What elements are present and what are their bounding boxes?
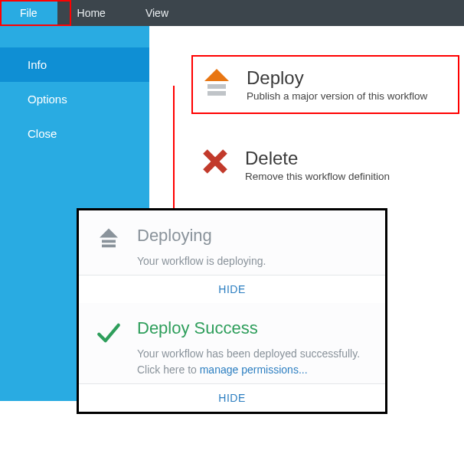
svg-rect-6 <box>102 240 116 243</box>
status-success: Deploy Success Your workflow has been de… <box>79 303 385 383</box>
status-success-message: Your workflow has been deployed successf… <box>137 346 368 377</box>
deploy-action[interactable]: Deploy Publish a major version of this w… <box>191 55 459 114</box>
ribbon-tab-view[interactable]: View <box>126 0 188 26</box>
sidebar-item-info[interactable]: Info <box>0 47 149 82</box>
deploy-upload-gray-icon <box>96 226 122 250</box>
svg-rect-1 <box>207 84 226 89</box>
status-deploying-message: Your workflow is deploying. <box>137 253 368 269</box>
status-deploying-hide-button[interactable]: HIDE <box>79 275 385 303</box>
delete-text: Delete Remove this workflow definition <box>245 148 390 182</box>
deploy-text: Deploy Publish a major version of this w… <box>247 67 427 102</box>
deploy-subtitle: Publish a major version of this workflow <box>247 90 427 102</box>
deploy-title: Deploy <box>247 67 427 89</box>
svg-rect-2 <box>207 91 226 96</box>
svg-rect-7 <box>102 245 116 248</box>
status-panel: Deploying Your workflow is deploying. HI… <box>77 208 387 414</box>
svg-marker-5 <box>100 229 118 238</box>
status-success-title: Deploy Success <box>137 318 368 338</box>
svg-marker-0 <box>204 69 229 81</box>
status-success-hide-button[interactable]: HIDE <box>79 383 385 412</box>
sidebar-item-options[interactable]: Options <box>0 82 149 116</box>
sidebar-item-close[interactable]: Close <box>0 116 149 151</box>
status-deploying: Deploying Your workflow is deploying. <box>79 210 385 275</box>
check-icon <box>96 318 122 346</box>
delete-action[interactable]: Delete Remove this workflow definition <box>191 137 459 193</box>
ribbon-tabs: File Home View <box>0 0 464 26</box>
deploy-upload-icon <box>201 67 233 98</box>
info-actions: Deploy Publish a major version of this w… <box>191 55 459 193</box>
ribbon-tab-home[interactable]: Home <box>57 0 126 26</box>
ribbon-tab-file[interactable]: File <box>0 0 57 26</box>
delete-title: Delete <box>245 148 390 169</box>
manage-permissions-link[interactable]: manage permissions... <box>200 364 308 376</box>
delete-x-icon <box>199 148 231 175</box>
delete-subtitle: Remove this workflow definition <box>245 171 390 182</box>
status-deploying-title: Deploying <box>137 226 368 246</box>
